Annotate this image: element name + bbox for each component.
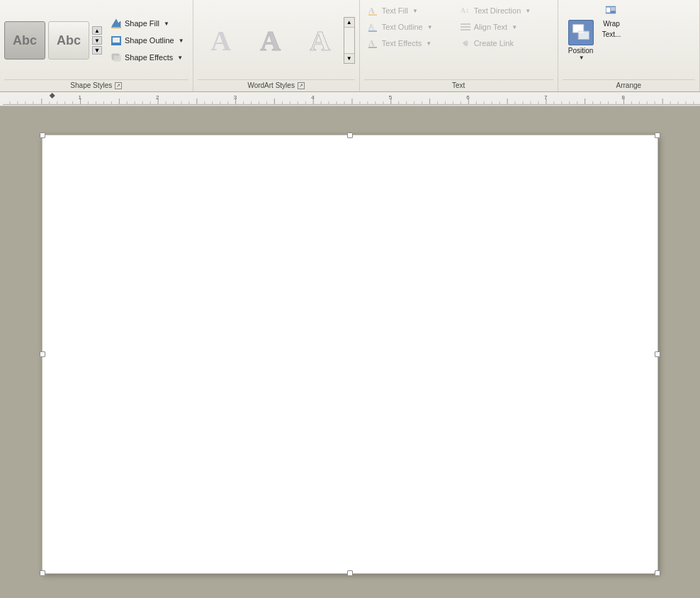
create-link-btn[interactable]: Create Link [456,35,548,51]
shape-fill-icon [111,18,122,29]
handle-bottom-center[interactable] [347,570,353,576]
shape-styles-expand[interactable]: ↗ [115,82,122,89]
align-text-btn[interactable]: Align Text ▼ [456,19,548,35]
wordart-letter-1: A [210,24,231,57]
shape-outline-icon [111,35,122,46]
handle-top-center[interactable] [347,132,353,138]
shape-styles-more[interactable]: ▼ [92,46,102,55]
shape-styles-label: Shape Styles ↗ [4,79,188,91]
ribbon: Abc Abc ▲ ▼ ▼ [0,0,700,92]
position-dropdown-arrow: ▼ [579,55,585,61]
text-outline-btn[interactable]: A Text Outline ▼ [364,19,456,35]
arrange-label-text: Arrange [616,81,642,89]
text-controls-rows: A Text Fill ▼ A↕ Text Dir [364,3,553,78]
svg-text:1: 1 [79,94,82,101]
text-outline-icon: A [368,21,379,33]
svg-rect-2 [111,44,121,45]
svg-text:4: 4 [311,94,315,101]
shape-styles-scroll-down[interactable]: ▼ [92,36,102,45]
shape-style-btn-2[interactable]: Abc [48,21,89,60]
align-text-icon [460,21,471,33]
handle-middle-right[interactable] [655,351,660,357]
shape-fill-dropdown[interactable]: ▼ [164,21,169,27]
svg-text:A: A [368,22,375,32]
position-icon [568,20,594,45]
wordart-sample-1[interactable]: A [198,19,244,62]
svg-rect-17 [578,31,589,39]
svg-rect-21 [611,9,615,11]
wordart-sample-3[interactable]: A [297,19,344,62]
wordart-scroll-down[interactable]: ▼ [344,53,354,63]
ribbon-groups: Abc Abc ▲ ▼ ▼ [0,0,700,91]
handle-middle-left[interactable] [40,351,45,357]
shape-style-btn-1[interactable]: Abc [4,21,45,60]
shape-styles-scroll: ▲ ▼ ▼ [92,26,103,55]
wrap-icon [605,4,616,16]
shape-effects-icon [111,52,122,63]
wordart-letter-3: A [310,24,330,57]
shape-effects-btn[interactable]: Shape Effects ▼ [106,50,188,65]
handle-bottom-right[interactable] [655,570,660,576]
document-canvas[interactable] [42,135,658,574]
ruler: positions: every ~56px for inch marks, ~… [0,92,700,106]
svg-rect-6 [368,14,377,16]
wrap-text-label: Wrap [602,20,621,28]
shape-outline-btn[interactable]: Shape Outline ▼ [106,33,188,48]
ruler-svg: positions: every ~56px for inch marks, ~… [3,92,700,106]
svg-rect-10 [461,23,470,25]
position-btn[interactable]: Position ▼ [563,3,599,78]
handle-top-right[interactable] [655,132,660,138]
text-effects-dropdown[interactable]: ▼ [426,40,431,47]
text-fill-dropdown[interactable]: ▼ [412,8,418,14]
arrange-label: Arrange [563,79,695,91]
shape-styles-scroll-up[interactable]: ▲ [92,26,102,35]
shape-btn-text-2: Abc [57,33,81,48]
text-group-label: Text [364,79,553,91]
svg-rect-9 [368,30,377,32]
wordart-scroll-track[interactable] [344,28,354,53]
shape-outline-dropdown[interactable]: ▼ [179,38,184,44]
handle-bottom-left[interactable] [40,570,45,576]
svg-rect-12 [461,29,470,30]
shape-effects-dropdown[interactable]: ▼ [177,55,183,61]
wordart-scroll-up[interactable]: ▲ [344,18,354,28]
wordart-scrollbar: ▲ ▼ [344,17,355,64]
shape-fill-label: Shape Fill [125,19,159,28]
wordart-letter-2: A [260,24,281,57]
wrap-text-label-2: Text... [602,30,621,38]
wordart-sample-2[interactable]: A [247,19,294,62]
svg-text:A: A [368,6,375,16]
text-fill-label: Text Fill [382,6,408,15]
svg-text:3: 3 [234,94,237,101]
svg-rect-4 [113,55,120,61]
svg-marker-23 [50,93,55,98]
text-direction-label: Text Direction [474,6,521,15]
wrap-section: Wrap Text... [602,3,621,78]
wrap-text-btn[interactable] [602,3,621,17]
align-text-dropdown[interactable]: ▼ [512,24,517,30]
text-outline-dropdown[interactable]: ▼ [427,24,433,30]
text-direction-dropdown[interactable]: ▼ [525,8,531,14]
text-direction-btn[interactable]: A↕ Text Direction ▼ [456,3,548,18]
text-effects-btn[interactable]: A Text Effects ▼ [364,35,456,51]
wordart-styles-expand[interactable]: ↗ [298,82,305,89]
svg-text:A↕: A↕ [461,6,469,14]
svg-rect-22 [3,104,700,105]
shape-btn-text-1: Abc [13,33,37,48]
arrange-content: Position ▼ Wrap [563,3,695,78]
wordart-samples: A A A [198,19,344,62]
svg-text:7: 7 [544,94,548,101]
main-area [0,106,700,598]
ruler-inner: positions: every ~56px for inch marks, ~… [0,92,700,106]
svg-rect-11 [461,26,470,28]
text-fill-btn[interactable]: A Text Fill ▼ [364,3,456,18]
wordart-content: A A A ▲ ▼ [198,3,355,78]
svg-text:6: 6 [466,94,470,101]
svg-rect-20 [611,7,615,9]
shape-fill-btn[interactable]: Shape Fill ▼ [106,16,188,31]
text-effects-label: Text Effects [382,39,422,47]
text-row-1: A Text Fill ▼ A↕ Text Dir [364,3,553,18]
shape-outline-label: Shape Outline [125,36,174,45]
handle-top-left[interactable] [40,132,45,138]
position-label: Position [568,47,594,55]
